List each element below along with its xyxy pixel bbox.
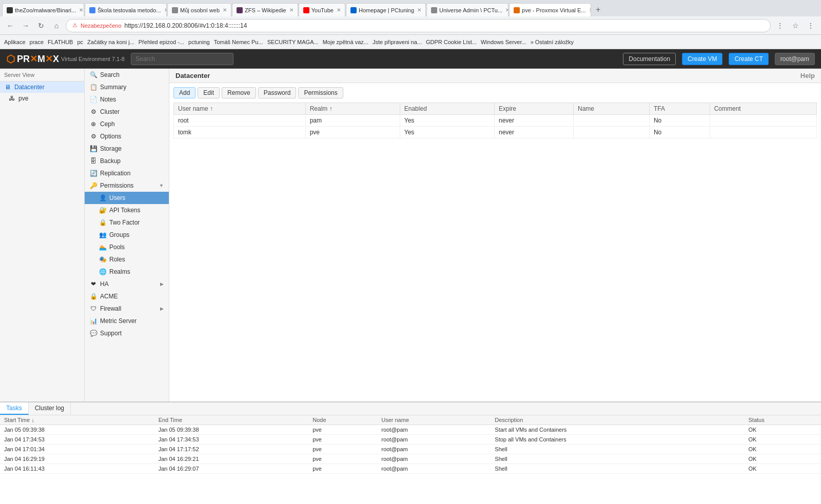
menu-replication[interactable]: 🔄 Replication	[85, 167, 169, 179]
documentation-button[interactable]: Documentation	[623, 53, 676, 65]
new-tab-button[interactable]: +	[592, 3, 604, 16]
menu-users[interactable]: 👤 Users	[85, 192, 169, 204]
bottom-tabs: Tasks Cluster log	[0, 402, 821, 415]
address-bar[interactable]: ⚠ Nezabezpečeno https://192.168.0.200:80…	[66, 19, 771, 32]
security-icon: ⚠	[72, 22, 77, 29]
back-button[interactable]: ←	[4, 19, 16, 32]
tab-close[interactable]: ✕	[289, 7, 294, 13]
menu-options[interactable]: ⚙ Options	[85, 130, 169, 143]
menu-support[interactable]: 💬 Support	[85, 327, 169, 339]
bookmark-zpetna[interactable]: Moje zpětná vaz...	[323, 39, 368, 45]
tab-github[interactable]: theZoo/malware/Binari... ✕	[2, 3, 84, 16]
menu-button[interactable]: ⋮	[805, 19, 817, 32]
tab-cluster-log[interactable]: Cluster log	[29, 402, 71, 415]
menu-metric-server[interactable]: 📊 Metric Server	[85, 315, 169, 327]
extensions-button[interactable]: ⋮	[774, 19, 786, 32]
bookmark-prace[interactable]: prace	[30, 39, 44, 45]
col-description[interactable]: Description	[491, 415, 744, 425]
list-item[interactable]: Jan 04 16:11:43 Jan 04 16:29:07 pve root…	[0, 464, 821, 474]
col-comment[interactable]: Comment	[710, 103, 816, 115]
tab-skola[interactable]: Škola testovala metodo... ✕	[85, 3, 167, 16]
bookmark-security[interactable]: SECURITY MAGA...	[267, 39, 319, 45]
cell-node: pve	[308, 464, 377, 474]
menu-api-tokens[interactable]: 🔐 API Tokens	[85, 204, 169, 216]
bookmark-prehled[interactable]: Přehled epizod -...	[139, 39, 184, 45]
bookmark-aplicace[interactable]: Aplikace	[4, 39, 26, 45]
remove-button[interactable]: Remove	[222, 87, 256, 98]
permissions-button[interactable]: Permissions	[298, 87, 343, 98]
col-end-time[interactable]: End Time	[154, 415, 309, 425]
edit-button[interactable]: Edit	[198, 87, 220, 98]
sidebar-item-datacenter[interactable]: 🖥 Datacenter	[0, 82, 84, 93]
tab-universe[interactable]: Universe Admin \ PCTu... ✕	[426, 3, 509, 16]
sidebar-item-pve[interactable]: 🖧 pve	[0, 93, 84, 104]
list-item[interactable]: Jan 04 16:29:19 Jan 04 16:29:21 pve root…	[0, 454, 821, 464]
table-row[interactable]: root pam Yes never No	[174, 115, 817, 127]
menu-notes[interactable]: 📄 Notes	[85, 93, 169, 106]
list-item[interactable]: Jan 05 09:39:38 Jan 05 09:39:38 pve root…	[0, 425, 821, 435]
tab-close-active[interactable]: ✕	[589, 7, 591, 13]
menu-realms[interactable]: 🌐 Realms	[85, 266, 169, 278]
bookmark-gdpr[interactable]: GDPR Cookie Líst...	[426, 39, 477, 45]
bookmark-zacatky[interactable]: Začátky na koni j...	[87, 39, 134, 45]
menu-backup[interactable]: 🗄 Backup	[85, 155, 169, 167]
menu-permissions[interactable]: 🔑 Permissions ▼	[85, 179, 169, 192]
bookmark-jste[interactable]: Jste připraveni na...	[373, 39, 422, 45]
bookmarks-more[interactable]: » Ostatní záložky	[531, 39, 574, 45]
col-start-time[interactable]: Start Time ↓	[0, 415, 154, 425]
bookmark-windows[interactable]: Windows Server...	[481, 39, 526, 45]
tab-youtube[interactable]: YouTube ✕	[299, 3, 345, 16]
help-button[interactable]: Help	[800, 72, 815, 79]
menu-groups[interactable]: 👥 Groups	[85, 229, 169, 241]
menu-options-label: Options	[100, 133, 121, 140]
menu-roles[interactable]: 🎭 Roles	[85, 253, 169, 266]
user-menu-button[interactable]: root@pam	[775, 53, 815, 65]
col-username[interactable]: User name ↑	[174, 103, 306, 115]
tab-close[interactable]: ✕	[505, 7, 509, 13]
col-enabled[interactable]: Enabled	[400, 103, 494, 115]
menu-storage[interactable]: 💾 Storage	[85, 143, 169, 155]
col-name[interactable]: Name	[573, 103, 649, 115]
col-task-user[interactable]: User name	[377, 415, 491, 425]
tab-close[interactable]: ✕	[417, 7, 421, 13]
home-button[interactable]: ⌂	[50, 19, 63, 32]
tab-close[interactable]: ✕	[164, 7, 167, 13]
col-status[interactable]: Status	[744, 415, 821, 425]
bookmark-star[interactable]: ☆	[789, 19, 802, 32]
tab-personal[interactable]: Můj osobní web ✕	[167, 3, 231, 16]
menu-pools[interactable]: 🏊 Pools	[85, 241, 169, 253]
menu-two-factor[interactable]: 🔒 Two Factor	[85, 216, 169, 229]
menu-firewall[interactable]: 🛡 Firewall ▶	[85, 303, 169, 315]
tab-close[interactable]: ✕	[223, 7, 227, 13]
forward-button[interactable]: →	[19, 19, 32, 32]
tab-proxmox[interactable]: pve - Proxmox Virtual E... ✕	[509, 3, 591, 16]
tab-tasks[interactable]: Tasks	[0, 402, 29, 415]
menu-ha[interactable]: ❤ HA ▶	[85, 278, 169, 290]
password-button[interactable]: Password	[258, 87, 297, 98]
list-item[interactable]: Jan 04 17:34:53 Jan 04 17:34:53 pve root…	[0, 435, 821, 445]
menu-cluster[interactable]: ⚙ Cluster	[85, 106, 169, 118]
bookmark-pctuning[interactable]: pctuning	[188, 39, 210, 45]
bookmark-tomas[interactable]: Tomáš Nemec Pu...	[214, 39, 263, 45]
create-ct-button[interactable]: Create CT	[729, 53, 768, 65]
tab-close[interactable]: ✕	[79, 7, 83, 13]
reload-button[interactable]: ↻	[35, 19, 47, 32]
col-realm[interactable]: Realm ↑	[305, 103, 400, 115]
menu-acme[interactable]: 🔒 ACME	[85, 290, 169, 303]
list-item[interactable]: Jan 04 17:01:34 Jan 04 17:17:52 pve root…	[0, 445, 821, 454]
menu-ceph[interactable]: ⊕ Ceph	[85, 118, 169, 130]
tab-close[interactable]: ✕	[337, 7, 341, 13]
add-button[interactable]: Add	[173, 87, 196, 98]
bookmark-pc[interactable]: pc	[77, 39, 83, 45]
create-vm-button[interactable]: Create VM	[682, 53, 722, 65]
menu-search[interactable]: 🔍 Search	[85, 69, 169, 81]
tab-zfs[interactable]: W ZFS – Wikipedie ✕	[232, 3, 298, 16]
tab-pctuning[interactable]: Homepage | PCtuning ✕	[346, 3, 426, 16]
table-row[interactable]: tomk pve Yes never No	[174, 127, 817, 138]
col-node[interactable]: Node	[308, 415, 377, 425]
global-search-input[interactable]	[131, 53, 233, 65]
menu-summary[interactable]: 📋 Summary	[85, 81, 169, 93]
bookmark-flathub[interactable]: FLATHUB	[48, 39, 73, 45]
col-tfa[interactable]: TFA	[649, 103, 710, 115]
col-expire[interactable]: Expire	[495, 103, 574, 115]
